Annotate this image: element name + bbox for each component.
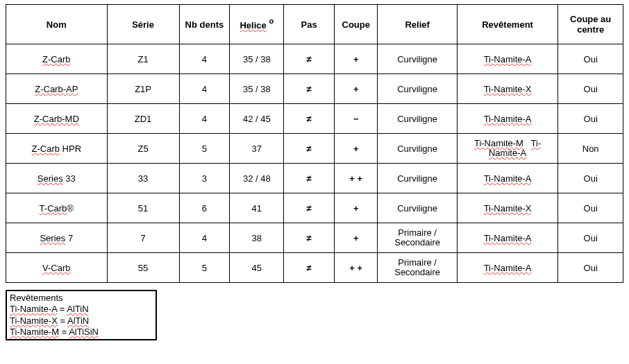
cell-nb-dents: 5: [179, 134, 230, 164]
th-coupe-au-centre: Coupe au centre: [558, 5, 623, 44]
cell-serie: ZD1: [107, 104, 179, 134]
rev-text: Ti-Namite-A: [484, 263, 532, 273]
rev-2-prefix: Ti-: [531, 138, 542, 148]
rev-text: Ti-Namite-A: [484, 233, 532, 243]
cell-serie: Z1P: [107, 74, 179, 104]
cell-nb-dents: 6: [179, 193, 230, 223]
cell-nom: Z-Carb-MD: [6, 104, 108, 134]
cell-nom: Z-Carb: [6, 44, 108, 74]
th-helice: Helice o: [230, 5, 284, 44]
cell-serie: Z1: [107, 44, 179, 74]
cell-pas: ≠: [284, 74, 335, 104]
cell-coupe-au-centre: Oui: [558, 44, 623, 74]
cell-relief: Curviligne: [378, 134, 457, 164]
cell-pas: ≠: [284, 104, 335, 134]
cell-relief: Primaire /Secondaire: [378, 253, 457, 283]
cell-serie: 51: [107, 193, 179, 223]
cell-relief: Primaire /Secondaire: [378, 223, 457, 253]
th-serie: Série: [107, 5, 179, 44]
legend-line-3: Ti-Namite-M = AlTiSiN: [10, 327, 153, 338]
th-nom: Nom: [6, 5, 108, 44]
cell-revetement: Ti-Namite-A: [457, 223, 558, 253]
nom-suffix: 7: [65, 233, 73, 243]
table-row: Z-Carb-MDZD1442 / 45≠−CurviligneTi-Namit…: [6, 104, 623, 134]
relief-line2: Secondaire: [378, 268, 456, 277]
cell-helice: 45: [230, 253, 284, 283]
th-revetement: Revêtement: [457, 5, 558, 44]
cell-coupe: +: [335, 74, 378, 104]
th-helice-text: Helice: [240, 20, 266, 31]
cell-nb-dents: 4: [179, 223, 230, 253]
cell-relief: Curviligne: [378, 164, 457, 193]
rev-2-suffix: Namite-A: [489, 148, 526, 158]
table-row: Z-Carb-APZ1P435 / 38≠+CurviligneTi-Namit…: [6, 74, 623, 104]
relief-line2: Secondaire: [378, 238, 456, 248]
cell-coupe-au-centre: Oui: [558, 74, 623, 104]
rev-text: Ti-Namite-A: [484, 114, 532, 124]
cell-nb-dents: 5: [179, 253, 230, 283]
cell-helice: 32 / 48: [230, 164, 284, 193]
cell-coupe: +: [335, 44, 378, 74]
nom-text: Z-Carb: [32, 144, 60, 154]
cell-pas: ≠: [284, 164, 335, 193]
table-row: Z-Carb HPRZ5537≠+CurviligneTi-Namite-M T…: [6, 134, 623, 164]
table-row: Series 3333332 / 48≠+ +CurviligneTi-Nami…: [6, 164, 623, 193]
cell-revetement: Ti-Namite-A: [457, 164, 558, 193]
legend-l2-eq: =: [58, 315, 67, 326]
cell-relief: Curviligne: [378, 74, 457, 104]
cell-nom: V-Carb: [6, 253, 108, 283]
nom-text: Z-Carb-AP: [35, 84, 78, 94]
nom-text: T-Carb: [40, 203, 67, 214]
cell-nom: Series 7: [6, 223, 108, 253]
rev-gap: [523, 138, 531, 148]
cell-serie: 7: [107, 223, 179, 253]
cell-revetement: Ti-Namite-A: [457, 44, 558, 74]
cell-helice: 41: [230, 193, 284, 223]
table-row: Z-CarbZ1435 / 38≠+CurviligneTi-Namite-AO…: [6, 44, 623, 74]
table-row: Series 77438≠+Primaire /SecondaireTi-Nam…: [6, 223, 623, 253]
page: Nom Série Nb dents Helice o Pas Coupe Re…: [0, 0, 629, 364]
legend-l1-val: AlTiN: [67, 304, 88, 314]
nom-text: Series: [37, 173, 63, 184]
cell-revetement: Ti-Namite-A: [457, 253, 558, 283]
cell-helice: 35 / 38: [230, 44, 284, 74]
legend-l1-name: Ti-Namite-A: [10, 304, 57, 314]
rev-text: Ti-Namite-A: [484, 173, 532, 184]
cell-relief: Curviligne: [378, 104, 457, 134]
cell-nom: Z-Carb HPR: [6, 134, 108, 164]
cell-nom: Z-Carb-AP: [6, 74, 108, 104]
cell-pas: ≠: [284, 223, 335, 253]
relief-line1: Primaire /: [378, 258, 456, 268]
cell-helice: 42 / 45: [230, 104, 284, 134]
cell-pas: ≠: [284, 193, 335, 223]
cell-pas: ≠: [284, 44, 335, 74]
nom-text: Z-Carb: [42, 54, 70, 64]
th-pas: Pas: [284, 5, 335, 44]
spec-table: Nom Série Nb dents Helice o Pas Coupe Re…: [6, 4, 623, 283]
table-header-row: Nom Série Nb dents Helice o Pas Coupe Re…: [6, 5, 623, 44]
cell-revetement: Ti-Namite-X: [457, 74, 558, 104]
th-coupe: Coupe: [335, 5, 378, 44]
cell-coupe: −: [335, 104, 378, 134]
cell-pas: ≠: [284, 253, 335, 283]
cell-nb-dents: 3: [179, 164, 230, 193]
legend-l2-name: Ti-Namite-X: [10, 315, 58, 326]
cell-helice: 38: [230, 223, 284, 253]
cell-serie: 33: [107, 164, 179, 193]
cell-revetement: Ti-Namite-A: [457, 104, 558, 134]
rev-text: Ti-Namite-X: [484, 84, 532, 94]
nom-suffix: 33: [63, 173, 76, 184]
legend-line-1: Ti-Namite-A = AlTiN: [10, 304, 153, 315]
cell-revetement: Ti-Namite-X: [457, 193, 558, 223]
legend-l3-name: Ti-Namite-M: [10, 327, 59, 337]
th-nb-dents: Nb dents: [179, 5, 230, 44]
cell-relief: Curviligne: [378, 44, 457, 74]
cell-coupe-au-centre: Oui: [558, 223, 623, 253]
cell-coupe-au-centre: Oui: [558, 104, 623, 134]
legend-title: Revêtements: [10, 293, 153, 304]
cell-coupe-au-centre: Non: [558, 134, 623, 164]
legend-l3-eq: =: [59, 327, 69, 337]
cell-nom: Series 33: [6, 164, 108, 193]
legend-l3-val: AlTiSiN: [69, 327, 99, 337]
table-row: T-Carb®51641≠+CurviligneTi-Namite-XOui: [6, 193, 623, 223]
